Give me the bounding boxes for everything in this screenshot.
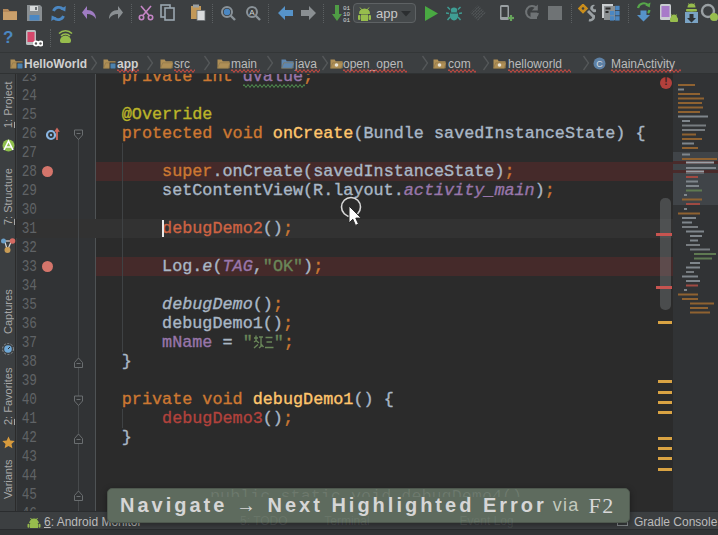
svg-text:01: 01	[343, 17, 351, 23]
svg-text:C: C	[596, 59, 603, 69]
svg-text:A: A	[249, 8, 255, 17]
